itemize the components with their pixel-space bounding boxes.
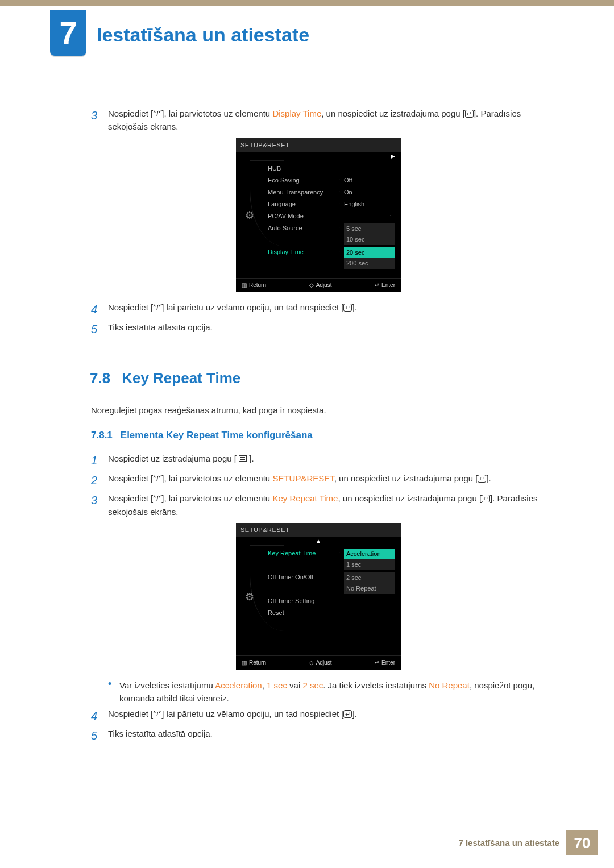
osd-item: Reset — [268, 608, 395, 618]
enter-icon: ↵ — [482, 495, 490, 502]
osd-option: 10 sec — [344, 234, 395, 245]
section-heading-7-8: 7.8Key Repeat Time — [90, 367, 546, 389]
text: . Ja tiek izvēlēts iestatījums — [323, 680, 429, 690]
osd-item: PC/AV Mode — [268, 211, 389, 221]
step-text: Tiks iestatīta atlasītā opcija. — [108, 321, 546, 338]
step-number: 4 — [91, 707, 108, 725]
osd-title: SETUP&RESET — [236, 138, 401, 152]
text: Nospiediet [ — [108, 109, 153, 118]
chapter-title: Iestatīšana un atiestate — [97, 20, 309, 50]
osd-value: Off — [344, 176, 395, 185]
step-number: 5 — [91, 727, 108, 745]
step-text: Tiks iestatīta atlasītā opcija. — [108, 727, 546, 745]
step-number: 3 — [91, 107, 108, 134]
osd-panel-key-repeat: SETUP&RESET ▲ ⚙ Key Repeat Time: Acceler… — [236, 523, 401, 670]
highlight-term: SETUP&RESET — [272, 474, 334, 483]
osd-nav-arrow: ▶ — [236, 152, 401, 160]
chapter-number-badge: 7 — [50, 10, 86, 56]
osd-return-hint: ▥ Return — [242, 658, 266, 667]
osd-options: Acceleration 1 sec — [344, 549, 395, 570]
osd-nav-arrow: ▲ — [236, 537, 401, 545]
text: Nospiediet [ — [108, 302, 153, 312]
step-7-8-1-1: 1 Nospiediet uz izstrādājuma pogu [ ]. — [91, 452, 546, 470]
updown-icon: ˄/˅ — [153, 111, 161, 117]
subsection-title: Elementa Key Repeat Time konfigurēšana — [121, 430, 313, 441]
osd-option: No Repeat — [344, 583, 395, 594]
highlight-term: Key Repeat Time — [272, 493, 338, 503]
footer-chapter-label: 7 Iestatīšana un atiestate — [458, 836, 559, 849]
text: ]. — [352, 302, 356, 312]
highlight-term: No Repeat — [429, 680, 470, 690]
osd-item: Off Timer Setting — [268, 596, 395, 606]
osd-value: English — [344, 200, 395, 209]
text: ]. — [352, 709, 356, 719]
page-footer: 7 Iestatīšana un atiestate 70 — [458, 830, 598, 855]
osd-item: HUB — [268, 164, 395, 173]
step-7-8-1-2: 2 Nospiediet [˄/˅], lai pārvietotos uz e… — [91, 472, 546, 489]
section-title: Key Repeat Time — [122, 369, 240, 387]
text: Nospiediet [ — [108, 709, 153, 719]
section-number: 7.8 — [90, 369, 110, 387]
text: Nospiediet [ — [108, 474, 153, 483]
step-number: 2 — [91, 472, 108, 489]
osd-option: 1 sec — [344, 559, 395, 570]
step-7-8-1-3: 3 Nospiediet [˄/˅], lai pārvietotos uz e… — [91, 492, 546, 518]
text: ]. — [486, 474, 491, 483]
step-text: Nospiediet [˄/˅] lai pārietu uz vēlamo o… — [108, 301, 546, 318]
updown-icon: ˄/˅ — [153, 496, 161, 502]
osd-title: SETUP&RESET — [236, 523, 401, 537]
osd-option: 200 sec — [344, 258, 395, 269]
text: Nospiediet uz izstrādājuma pogu [ — [108, 454, 239, 463]
osd-options: 5 sec 10 sec — [344, 223, 395, 245]
step-3: 3 Nospiediet [˄/˅], lai pārvietotos uz e… — [91, 107, 546, 134]
osd-option: 5 sec — [344, 223, 395, 234]
osd-return-hint: ▥ Return — [242, 281, 266, 290]
text: vai — [287, 680, 303, 690]
text: ], lai pārvietotos uz elementu — [161, 109, 272, 118]
enter-icon: ↵ — [478, 475, 486, 483]
step-7-8-1-4: 4 Nospiediet [˄/˅] lai pārietu uz vēlamo… — [91, 707, 546, 725]
text: Nospiediet [ — [108, 493, 153, 503]
subsection-number: 7.8.1 — [91, 430, 113, 441]
step-text: Nospiediet [˄/˅], lai pārvietotos uz ele… — [108, 492, 546, 518]
bullet-icon: • — [108, 679, 119, 705]
osd-adjust-hint: ◇ Adjust — [309, 658, 332, 667]
osd-enter-hint: ↵ Enter — [375, 281, 395, 290]
gear-icon: ⚙ — [242, 163, 258, 270]
step-number: 4 — [91, 301, 108, 318]
osd-footer: ▥ Return ◇ Adjust ↵ Enter — [236, 655, 401, 670]
text: ] lai pārietu uz vēlamo opciju, un tad n… — [161, 709, 343, 719]
osd-footer: ▥ Return ◇ Adjust ↵ Enter — [236, 278, 401, 292]
osd-panel-display-time: SETUP&RESET ▶ ⚙ HUB Eco Saving:Off Menu … — [236, 138, 401, 292]
osd-options: 2 sec No Repeat — [344, 572, 395, 594]
text: , un nospiediet uz izstrādājuma pogu [ — [321, 109, 465, 118]
enter-icon: ↵ — [465, 110, 474, 118]
text: ], lai pārvietotos uz elementu — [161, 474, 272, 483]
note-bullet: • Var izvēlēties iestatījumu Acceleratio… — [91, 679, 546, 705]
highlight-term: Display Time — [272, 109, 321, 118]
updown-icon: ˄/˅ — [153, 305, 161, 311]
enter-icon: ↵ — [343, 710, 352, 718]
updown-icon: ˄/˅ — [153, 476, 161, 482]
osd-enter-hint: ↵ Enter — [375, 658, 395, 667]
highlight-term: 1 sec — [267, 680, 287, 690]
step-number: 3 — [91, 492, 108, 518]
step-text: Nospiediet [˄/˅], lai pārvietotos uz ele… — [108, 107, 546, 134]
page-content: 3 Nospiediet [˄/˅], lai pārvietotos uz e… — [91, 107, 546, 747]
step-number: 1 — [91, 452, 108, 470]
highlight-term: Acceleration — [215, 680, 262, 690]
gear-icon: ⚙ — [242, 547, 258, 647]
top-accent-bar — [0, 0, 614, 6]
step-text: Nospiediet [˄/˅], lai pārvietotos uz ele… — [108, 472, 546, 489]
text: ], lai pārvietotos uz elementu — [161, 493, 272, 503]
text: , — [262, 680, 267, 690]
text: Var izvēlēties iestatījumu — [119, 680, 215, 690]
page-number: 70 — [566, 830, 598, 855]
step-number: 5 — [91, 321, 108, 338]
text: ] lai pārietu uz vēlamo opciju, un tad n… — [161, 302, 343, 312]
section-description: Noregulējiet pogas reaģēšanas ātrumu, ka… — [91, 404, 546, 417]
osd-adjust-hint: ◇ Adjust — [309, 281, 332, 290]
subsection-heading-7-8-1: 7.8.1Elementa Key Repeat Time konfigurēš… — [91, 428, 546, 443]
step-text: Nospiediet [˄/˅] lai pārietu uz vēlamo o… — [108, 707, 546, 725]
updown-icon: ˄/˅ — [153, 711, 161, 717]
